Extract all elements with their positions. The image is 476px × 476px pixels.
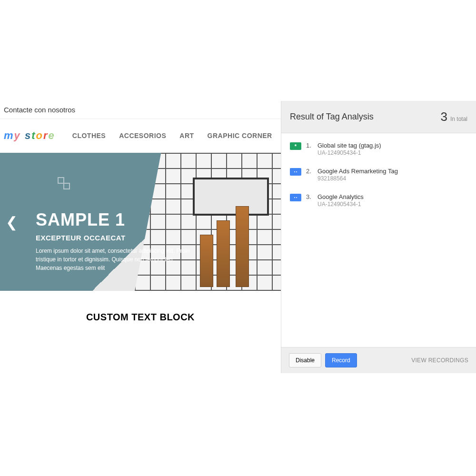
tag-number: 2. (306, 168, 313, 175)
tag-analysis-panel: Result of Tag Analysis 3 In total * 1. G… (281, 101, 476, 373)
tag-icon (290, 194, 301, 201)
tag-id: 932188564 (317, 175, 398, 182)
tag-row[interactable]: 3. Google Analytics UA-124905434-1 (281, 188, 476, 213)
nav-item-accesorios[interactable]: ACCESORIOS (119, 132, 166, 139)
panel-count-number: 3 (441, 109, 447, 124)
tag-list: * 1. Global site tag (gtag.js) UA-124905… (281, 133, 476, 347)
tag-number: 1. (306, 142, 313, 149)
site-logo[interactable]: my store (4, 129, 54, 142)
panel-title: Result of Tag Analysis (290, 112, 374, 122)
hero-text-block: SAMPLE 1 EXCEPTEUR OCCAECAT Lorem ipsum … (36, 210, 198, 272)
disable-button[interactable]: Disable (289, 353, 321, 367)
hero-title: SAMPLE 1 (36, 210, 198, 230)
nav-item-clothes[interactable]: CLOTHES (72, 132, 106, 139)
tag-row[interactable]: 2. Google Ads Remarketing Tag 932188564 (281, 162, 476, 188)
tag-id: UA-124905434-1 (317, 149, 381, 156)
tag-id: UA-124905434-1 (317, 201, 364, 208)
panel-count: 3 In total (441, 109, 468, 124)
tag-row[interactable]: * 1. Global site tag (gtag.js) UA-124905… (281, 136, 476, 162)
svg-rect-1 (64, 183, 69, 189)
tag-name: Google Analytics (317, 193, 364, 200)
website-preview: Contacte con nosotros my store CLOTHES A… (0, 101, 281, 373)
hero-subtitle: EXCEPTEUR OCCAECAT (36, 234, 198, 242)
hero-body: Lorem ipsum dolor sit amet, consectetur … (36, 247, 198, 272)
topbar-contact[interactable]: Contacte con nosotros (0, 101, 281, 119)
view-recordings-link[interactable]: VIEW RECORDINGS (411, 357, 468, 364)
record-button[interactable]: Record (325, 353, 357, 367)
main-nav: CLOTHES ACCESORIOS ART GRAPHIC CORNER (72, 132, 272, 139)
carousel-prev-icon[interactable]: ❮ (6, 214, 18, 230)
tag-icon: * (290, 142, 301, 150)
tag-icon (290, 168, 301, 176)
panel-footer: Disable Record VIEW RECORDINGS (281, 347, 476, 373)
panel-count-label: In total (450, 116, 467, 122)
hero-slider: SAMPLE 1 EXCEPTEUR OCCAECAT Lorem ipsum … (0, 153, 281, 291)
app-frame: Contacte con nosotros my store CLOTHES A… (0, 101, 476, 373)
tag-name: Global site tag (gtag.js) (317, 142, 381, 149)
hero-squares-icon (57, 177, 70, 190)
custom-text-block: CUSTOM TEXT BLOCK (0, 291, 281, 323)
tag-name: Google Ads Remarketing Tag (317, 168, 398, 175)
custom-block-title: CUSTOM TEXT BLOCK (0, 312, 281, 323)
svg-rect-0 (58, 178, 64, 183)
nav-item-graphic-corner[interactable]: GRAPHIC CORNER (208, 132, 272, 139)
nav-item-art[interactable]: ART (179, 132, 194, 139)
tag-number: 3. (306, 193, 313, 200)
panel-header: Result of Tag Analysis 3 In total (281, 101, 476, 133)
site-header: my store CLOTHES ACCESORIOS ART GRAPHIC … (0, 119, 281, 153)
